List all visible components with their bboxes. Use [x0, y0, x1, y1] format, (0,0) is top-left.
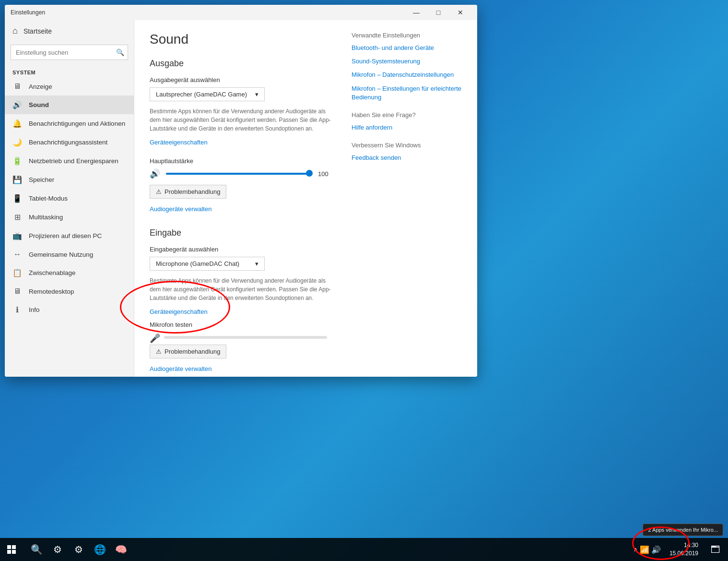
sidebar-item-info[interactable]: ℹ Info	[5, 300, 134, 319]
info-icon: ℹ	[12, 305, 22, 314]
sidebar-item-label: Sound	[29, 101, 49, 108]
search-input[interactable]	[11, 45, 128, 60]
window-body: ⌂ Startseite 🔍 System 🖥 Anzeige 🔊 Sound …	[5, 20, 477, 377]
sidebar-item-gemeinsame[interactable]: ↔ Gemeinsame Nutzung	[5, 245, 134, 263]
sidebar-item-label: Anzeige	[29, 83, 52, 90]
sidebar-item-label: Projizieren auf diesen PC	[29, 232, 102, 239]
maximize-button[interactable]: □	[427, 5, 449, 20]
ausgabe-geraeteeigenschaften-link[interactable]: Geräteeigenschaften	[150, 139, 208, 146]
sidebar-item-label: Tablet-Modus	[29, 195, 68, 202]
svg-rect-1	[12, 545, 16, 549]
feedback-link[interactable]: Feedback senden	[352, 154, 462, 162]
speicher-icon: 💾	[12, 175, 22, 184]
mic-test-bar	[164, 336, 327, 339]
tray-chevron-icon[interactable]: ∧	[634, 546, 638, 553]
sidebar-item-label: Gemeinsame Nutzung	[29, 251, 93, 258]
feedback-section: Verbessern Sie Windows Feedback senden	[352, 142, 462, 162]
sidebar-item-remotedesktop[interactable]: 🖥 Remotedesktop	[5, 282, 134, 300]
sound-icon: 🔊	[12, 100, 22, 109]
taskbar-browser-icon[interactable]: 🌐	[90, 540, 109, 559]
sidebar-item-label: Netzbetrieb und Energiesparen	[29, 157, 118, 165]
page-title: Sound	[150, 32, 332, 47]
tray-network-icon[interactable]: 📶	[640, 545, 649, 554]
sidebar-item-anzeige[interactable]: 🖥 Anzeige	[5, 77, 134, 95]
volume-slider[interactable]	[166, 173, 312, 175]
related-link-soundsystem[interactable]: Sound-Systemsteuerung	[352, 57, 462, 66]
taskbar-time: 14:30	[669, 541, 698, 549]
ausgabe-troubleshoot-label: Problembehandlung	[164, 188, 220, 195]
eingabe-manage-link[interactable]: Audiogeräte verwalten	[150, 365, 211, 372]
related-link-erleichtert[interactable]: Mikrofon – Einstellungen für erleichtert…	[352, 84, 462, 102]
sidebar-item-label: Benachrichtigungen und Aktionen	[29, 120, 125, 127]
volume-label: Hauptlautstärke	[150, 157, 332, 165]
ausgabe-title: Ausgabe	[150, 59, 332, 69]
eingabe-troubleshoot-label: Problembehandlung	[164, 348, 220, 355]
eingabe-description: Bestimmte Apps können für die Verwendung…	[150, 276, 332, 302]
notification-area[interactable]: 🗔	[707, 544, 724, 555]
taskbar-clock[interactable]: 14:30 15.06.2019	[664, 539, 704, 560]
sidebar-item-netzbetrieb[interactable]: 🔋 Netzbetrieb und Energiesparen	[5, 152, 134, 170]
tablet-icon: 📱	[12, 194, 22, 203]
volume-row: 🔊 100	[150, 168, 332, 179]
ausgabe-troubleshoot-button[interactable]: ⚠ Problembehandlung	[150, 185, 226, 199]
ausgabe-device-label: Ausgabegerät auswählen	[150, 76, 332, 84]
eingabe-dropdown-chevron: ▾	[255, 260, 258, 267]
eingabe-title: Eingabe	[150, 228, 332, 238]
sidebar-item-label: Multitasking	[29, 214, 63, 221]
minimize-button[interactable]: —	[405, 5, 427, 20]
feedback-title: Verbessern Sie Windows	[352, 142, 462, 149]
notification-text: 2 Apps verwenden Ihr Mikro...	[648, 527, 718, 533]
eingabe-device-dropdown[interactable]: Microphone (GameDAC Chat) ▾	[150, 257, 265, 271]
volume-value: 100	[318, 170, 332, 178]
sidebar-item-tablet[interactable]: 📱 Tablet-Modus	[5, 189, 134, 208]
sidebar-item-benachrichtigungen[interactable]: 🔔 Benachrichtigungen und Aktionen	[5, 114, 134, 133]
ausgabe-manage-link[interactable]: Audiogeräte verwalten	[150, 205, 211, 213]
related-link-bluetooth[interactable]: Bluetooth- und andere Geräte	[352, 44, 462, 52]
volume-fill	[166, 173, 312, 175]
svg-rect-0	[7, 545, 11, 549]
mic-icon: 🎤	[150, 333, 160, 344]
sidebar-item-benachrichtigungsassistent[interactable]: 🌙 Benachrichtigungsassistent	[5, 133, 134, 152]
svg-rect-3	[12, 550, 16, 554]
ausgabe-dropdown-chevron: ▾	[255, 91, 258, 98]
close-button[interactable]: ✕	[449, 5, 471, 20]
sidebar-item-label: Remotedesktop	[29, 288, 74, 295]
content-right: Verwandte Einstellungen Bluetooth- und a…	[352, 32, 462, 365]
sidebar-item-projizieren[interactable]: 📺 Projizieren auf diesen PC	[5, 227, 134, 245]
eingabe-troubleshoot-button[interactable]: ⚠ Problembehandlung	[150, 345, 226, 358]
taskbar: 🔍 ⚙ ⚙ 🌐 🧠 ∧ 📶 🔊 14:30 15.06.2019 🗔	[0, 538, 728, 561]
search-icon: 🔍	[116, 48, 124, 56]
taskbar-settings-app-icon[interactable]: ⚙	[69, 540, 88, 559]
notification-bubble: 2 Apps verwenden Ihr Mikro...	[643, 524, 723, 536]
sidebar: ⌂ Startseite 🔍 System 🖥 Anzeige 🔊 Sound …	[5, 20, 134, 377]
titlebar-controls: — □ ✕	[405, 5, 471, 20]
sidebar-item-speicher[interactable]: 💾 Speicher	[5, 170, 134, 189]
windows-logo-icon	[7, 545, 16, 554]
ausgabe-description: Bestimmte Apps können für die Verwendung…	[150, 107, 332, 133]
related-settings-title: Verwandte Einstellungen	[352, 32, 462, 39]
sidebar-item-label: Info	[29, 306, 40, 313]
related-link-datenschutz[interactable]: Mikrofon – Datenschutzeinstellungen	[352, 71, 462, 79]
gemeinsame-icon: ↔	[12, 250, 22, 259]
taskbar-brain-icon[interactable]: 🧠	[111, 540, 130, 559]
main-content: Sound Ausgabe Ausgabegerät auswählen Lau…	[134, 20, 477, 377]
sidebar-item-sound[interactable]: 🔊 Sound	[5, 95, 134, 114]
eingabe-device-value: Microphone (GameDAC Chat)	[156, 260, 239, 267]
help-link[interactable]: Hilfe anfordern	[352, 123, 462, 132]
svg-rect-2	[7, 550, 11, 554]
netzbetrieb-icon: 🔋	[12, 156, 22, 166]
sidebar-home[interactable]: ⌂ Startseite	[5, 20, 134, 42]
content-left: Sound Ausgabe Ausgabegerät auswählen Lau…	[150, 32, 332, 365]
titlebar: Einstellungen — □ ✕	[5, 5, 477, 20]
mic-icon-row: 🎤	[150, 332, 332, 345]
eingabe-geraeteeigenschaften-link[interactable]: Geräteeigenschaften	[150, 308, 208, 315]
sidebar-item-multitasking[interactable]: ⊞ Multitasking	[5, 208, 134, 227]
ausgabe-device-dropdown[interactable]: Lautsprecher (GameDAC Game) ▾	[150, 87, 265, 101]
tray-volume-icon[interactable]: 🔊	[651, 545, 661, 554]
start-button[interactable]	[0, 538, 23, 561]
taskbar-cortana-icon[interactable]: ⚙	[48, 540, 67, 559]
sidebar-item-label: Benachrichtigungsassistent	[29, 139, 107, 146]
taskbar-search-icon[interactable]: 🔍	[27, 540, 46, 559]
sidebar-item-zwischenablage[interactable]: 📋 Zwischenablage	[5, 263, 134, 282]
mic-test-label: Mikrofon testen	[150, 321, 332, 328]
